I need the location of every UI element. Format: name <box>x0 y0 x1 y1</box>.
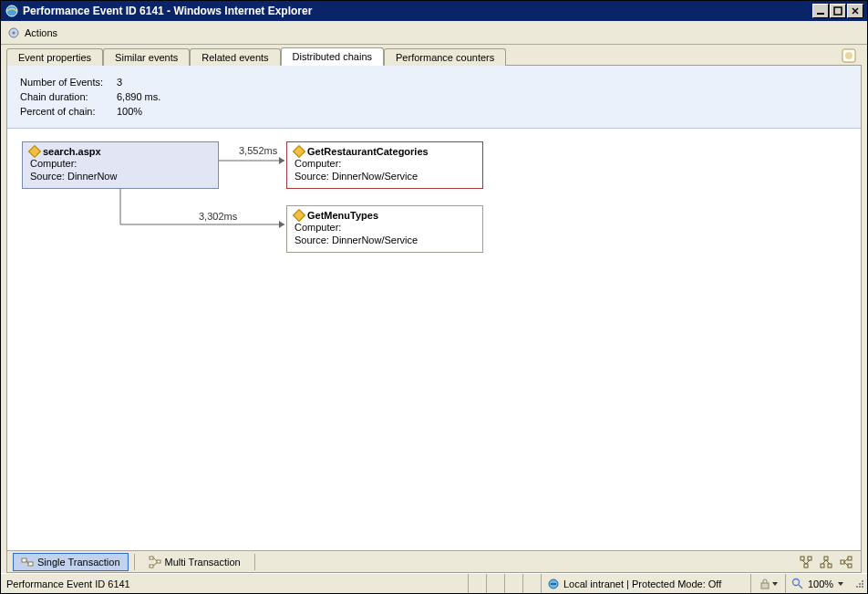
multi-transaction-icon <box>149 556 161 568</box>
svg-rect-1 <box>817 13 824 15</box>
svg-rect-34 <box>848 564 852 568</box>
tab-distributed-chains[interactable]: Distributed chains <box>281 47 384 66</box>
svg-point-41 <box>793 578 800 585</box>
svg-line-25 <box>802 560 806 564</box>
diamond-icon <box>28 145 41 158</box>
node-source-value: DinnerNow/Service <box>332 171 418 182</box>
toolbar-separator <box>254 554 255 570</box>
svg-line-26 <box>806 560 810 564</box>
chain-node-getmenutypes[interactable]: GetMenuTypes Computer: Source: DinnerNow… <box>286 205 483 253</box>
chevron-down-icon <box>837 580 844 588</box>
single-transaction-label: Single Transaction <box>37 557 120 568</box>
svg-rect-45 <box>859 583 861 585</box>
svg-point-8 <box>845 52 852 59</box>
resize-grip[interactable] <box>852 577 867 591</box>
svg-line-21 <box>153 563 157 566</box>
content: Event properties Similar events Related … <box>1 45 867 573</box>
summary-label: Percent of chain: <box>20 104 111 119</box>
svg-point-6 <box>13 31 16 34</box>
status-empty-3 <box>504 574 522 593</box>
status-zoom[interactable]: 100% <box>785 574 852 593</box>
svg-line-30 <box>822 560 826 564</box>
summary-value: 3 <box>117 75 122 89</box>
svg-rect-39 <box>761 583 769 589</box>
status-empty-2 <box>486 574 504 593</box>
titlebar: Performance Event ID 6141 - Windows Inte… <box>1 1 867 21</box>
edge-label-2: 3,302ms <box>199 211 237 222</box>
bottom-toolbar: Single Transaction Multi Transaction <box>7 550 861 572</box>
svg-rect-24 <box>804 564 808 568</box>
svg-rect-27 <box>824 557 828 560</box>
chain-summary: Number of Events: 3 Chain duration: 6,89… <box>7 66 861 129</box>
node-source-value: DinnerNow/Service <box>332 234 418 245</box>
chain-canvas: 3,552ms 3,302ms search.aspx Computer: So… <box>7 129 861 550</box>
diamond-icon <box>293 145 305 158</box>
svg-rect-28 <box>821 564 824 568</box>
svg-rect-17 <box>150 557 153 559</box>
status-page: Performance Event ID 6141 <box>1 574 468 593</box>
svg-rect-44 <box>862 580 863 582</box>
status-zone[interactable]: Local intranet | Protected Mode: Off <box>541 574 750 593</box>
multi-transaction-label: Multi Transaction <box>165 557 241 568</box>
tab-similar-events[interactable]: Similar events <box>103 48 190 66</box>
svg-rect-33 <box>848 557 852 560</box>
node-source-label: Source: <box>30 171 65 182</box>
summary-value: 100% <box>117 104 142 119</box>
summary-value: 6,890 ms. <box>117 89 160 104</box>
svg-rect-38 <box>551 583 556 585</box>
actions-label[interactable]: Actions <box>25 27 57 38</box>
ie-icon <box>5 4 19 18</box>
tab-event-properties[interactable]: Event properties <box>6 48 103 66</box>
svg-rect-32 <box>841 560 844 564</box>
tab-performance-counters[interactable]: Performance counters <box>384 48 506 66</box>
toolbar-separator <box>134 554 135 570</box>
svg-marker-40 <box>772 582 778 586</box>
svg-rect-29 <box>828 564 832 568</box>
edge-label-1: 3,552ms <box>239 145 277 156</box>
node-title: search.aspx <box>43 146 101 157</box>
maximize-button[interactable] <box>830 4 846 18</box>
svg-rect-15 <box>28 562 33 566</box>
svg-marker-13 <box>279 221 284 228</box>
svg-rect-48 <box>859 586 861 588</box>
window-buttons <box>811 4 863 18</box>
layout-icon-2[interactable] <box>817 553 835 571</box>
statusbar: Performance Event ID 6141 Local intranet… <box>1 573 867 593</box>
layout-icon-3[interactable] <box>837 553 855 571</box>
tab-row: Event properties Similar events Related … <box>6 45 862 65</box>
help-icon[interactable] <box>842 48 858 65</box>
node-title: GetRestaurantCategories <box>307 146 429 157</box>
single-transaction-button[interactable]: Single Transaction <box>13 553 129 571</box>
status-empty-4 <box>522 574 541 593</box>
summary-label: Number of Events: <box>20 75 111 89</box>
svg-rect-19 <box>157 560 160 563</box>
multi-transaction-button[interactable]: Multi Transaction <box>140 553 249 571</box>
minimize-button[interactable] <box>812 4 829 18</box>
node-title: GetMenuTypes <box>307 210 378 221</box>
chain-node-getrestaurantcategories[interactable]: GetRestaurantCategories Computer: Source… <box>286 141 483 189</box>
svg-line-20 <box>153 558 157 561</box>
svg-rect-14 <box>22 558 26 562</box>
status-security-dropdown[interactable] <box>750 574 785 593</box>
layout-icon-1[interactable] <box>797 553 815 571</box>
svg-rect-22 <box>801 557 804 560</box>
zoom-icon <box>791 578 804 590</box>
chevron-down-icon <box>771 580 779 588</box>
node-computer-label: Computer: <box>30 158 77 169</box>
chain-node-search[interactable]: search.aspx Computer: Source: DinnerNow <box>22 141 219 189</box>
svg-rect-46 <box>862 583 863 585</box>
window: Performance Event ID 6141 - Windows Inte… <box>0 0 868 594</box>
node-source-value: DinnerNow <box>67 171 117 182</box>
svg-line-36 <box>844 562 848 566</box>
node-source-label: Source: <box>294 234 329 245</box>
window-title: Performance Event ID 6141 - Windows Inte… <box>23 5 312 17</box>
node-source-label: Source: <box>294 171 329 182</box>
status-empty-1 <box>468 574 486 593</box>
svg-line-31 <box>826 560 830 564</box>
diamond-icon <box>293 209 305 222</box>
summary-row-events: Number of Events: 3 <box>20 75 848 89</box>
svg-rect-2 <box>834 7 842 15</box>
close-button[interactable] <box>847 4 863 18</box>
tab-related-events[interactable]: Related events <box>190 48 280 66</box>
node-computer-label: Computer: <box>294 158 341 169</box>
